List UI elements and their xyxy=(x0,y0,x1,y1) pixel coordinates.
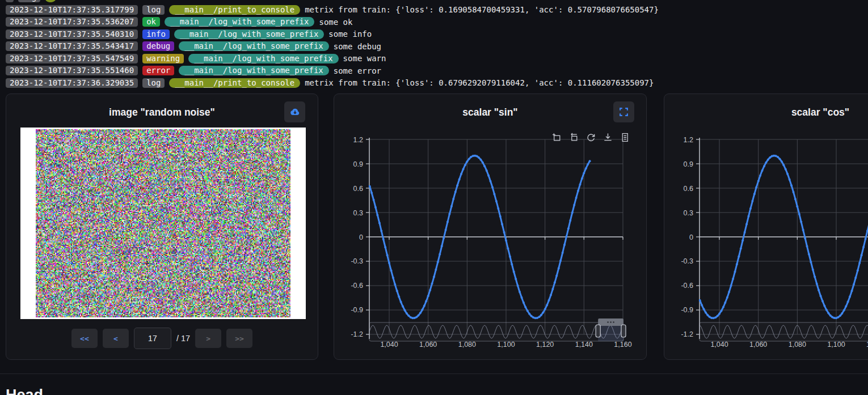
series-point xyxy=(818,289,820,291)
log-message: some ok xyxy=(319,18,352,27)
logger-badge: __main__/log_with_some_prefix xyxy=(174,29,324,39)
x-tick-label: 1,100 xyxy=(827,341,845,349)
series-point xyxy=(781,160,783,163)
series-point xyxy=(820,295,822,297)
series-point xyxy=(479,159,482,161)
series-point xyxy=(577,190,579,192)
series-point xyxy=(703,308,705,311)
prev-page-button[interactable]: < xyxy=(103,329,129,348)
log-row: 2023-12-10T17:37:35.551460error__main__/… xyxy=(6,65,868,77)
series-point xyxy=(589,160,591,162)
series-point xyxy=(748,215,750,218)
move-handle-dot xyxy=(613,321,614,323)
series-point xyxy=(534,317,537,319)
series-point xyxy=(497,207,499,210)
series-point xyxy=(419,312,422,314)
series-point xyxy=(699,299,701,301)
series-point xyxy=(411,317,414,319)
series-point xyxy=(800,221,802,223)
series-point xyxy=(714,316,717,318)
fullscreen-button[interactable] xyxy=(613,101,634,122)
y-tick-label: -0.9 xyxy=(681,306,693,314)
series-point xyxy=(790,184,793,186)
series-point xyxy=(759,175,761,177)
series-point xyxy=(501,223,503,226)
series-point xyxy=(821,300,824,303)
series-point xyxy=(464,164,466,166)
series-point xyxy=(466,160,468,163)
y-tick-label: -1.2 xyxy=(681,330,693,338)
series-point xyxy=(468,158,470,160)
datazoom-left-handle[interactable] xyxy=(596,325,600,337)
series-point xyxy=(511,263,513,265)
series-point xyxy=(486,169,488,172)
series-point xyxy=(406,312,408,315)
series-point xyxy=(816,283,818,285)
series-point xyxy=(519,291,521,293)
series-point xyxy=(741,239,744,241)
series-point xyxy=(499,215,502,218)
datazoom-right-handle[interactable] xyxy=(621,325,626,337)
x-tick-label: 1,120 xyxy=(536,341,554,349)
series-point xyxy=(744,231,746,233)
series-point xyxy=(734,271,736,273)
timestamp-badge xyxy=(6,0,14,2)
series-point xyxy=(579,183,582,185)
zoom-reset-icon[interactable] xyxy=(569,133,579,142)
scalar-cos-card: 1.20.90.60.30-0.3-0.6-0.9-1.21,0401,0601… xyxy=(664,94,868,360)
restore-icon[interactable] xyxy=(586,133,596,142)
x-tick-label: 1,040 xyxy=(380,341,398,349)
series-point xyxy=(812,269,814,271)
timestamp-badge: 2023-12-10T17:37:35.543417 xyxy=(6,41,138,51)
y-tick-label: -0.3 xyxy=(681,257,693,265)
series-point xyxy=(528,313,530,315)
series-point xyxy=(562,252,564,254)
series-point xyxy=(513,271,515,273)
series-point xyxy=(435,269,437,271)
x-tick-label: 1,080 xyxy=(458,341,476,349)
cos-chart-title: scalar "cos" xyxy=(664,107,868,118)
series-point xyxy=(431,283,433,285)
series-point xyxy=(843,309,845,311)
image-pagination: << < / 17 > >> xyxy=(6,328,318,349)
series-point xyxy=(717,315,719,317)
log-row: 2023-12-10T17:37:35.547549warning__main_… xyxy=(6,53,868,65)
series-point xyxy=(390,269,393,271)
first-page-button[interactable]: << xyxy=(71,329,98,348)
series-point xyxy=(777,156,779,158)
series-point xyxy=(706,314,709,316)
series-point xyxy=(433,276,435,278)
log-row: 2023-12-10T17:37:35.536207ok__main__/log… xyxy=(6,16,868,28)
y-tick-label: 0.3 xyxy=(353,209,363,217)
level-badge: debug xyxy=(142,41,174,51)
series-point xyxy=(448,213,450,215)
series-point xyxy=(456,184,458,186)
data-view-icon[interactable] xyxy=(620,133,630,142)
y-tick-label: 0.3 xyxy=(684,209,693,217)
series-point xyxy=(542,312,544,314)
next-section-heading: Head xyxy=(6,386,43,395)
series-point xyxy=(705,312,707,314)
series-point xyxy=(825,309,828,311)
series-point xyxy=(740,248,742,250)
series-point xyxy=(505,239,507,241)
last-page-button[interactable]: >> xyxy=(226,329,252,348)
timestamp-badge: 2023-12-10T17:37:36.329035 xyxy=(6,78,138,88)
page-number-input[interactable] xyxy=(134,328,171,349)
x-tick-label: 1,100 xyxy=(497,341,515,349)
marquee-zoom-icon[interactable] xyxy=(552,133,562,142)
series-point xyxy=(532,316,534,318)
series-point xyxy=(515,278,517,280)
series-point xyxy=(548,299,550,301)
series-point xyxy=(796,205,798,207)
series-point xyxy=(713,317,715,319)
series-point xyxy=(376,214,378,216)
save-image-icon[interactable] xyxy=(603,133,613,142)
next-page-button[interactable]: > xyxy=(195,329,221,348)
x-tick-label: 1,040 xyxy=(710,341,728,349)
series-point xyxy=(851,290,853,292)
series-point xyxy=(775,155,777,157)
series-point xyxy=(482,162,484,164)
download-image-button[interactable] xyxy=(284,101,305,122)
series-point xyxy=(415,316,418,318)
